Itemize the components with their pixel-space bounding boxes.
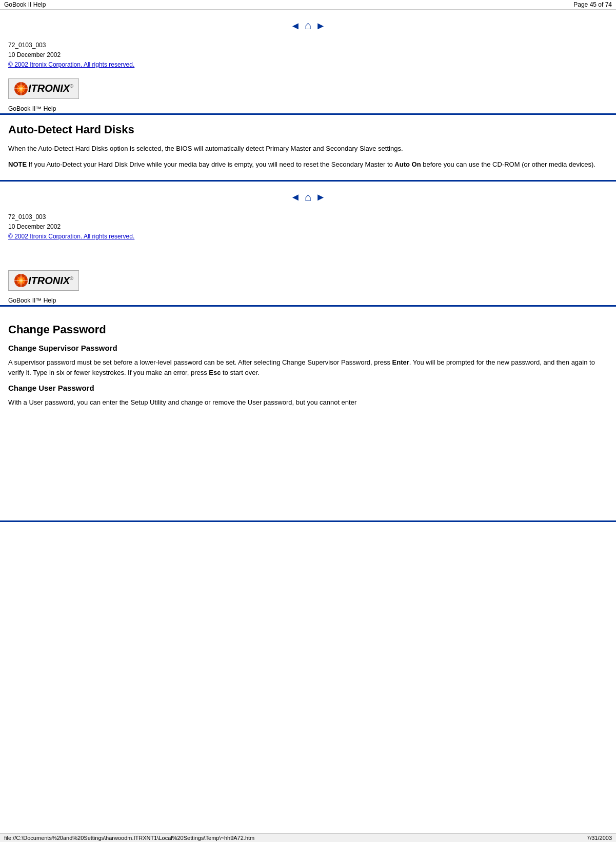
nav-icons-top: ◄ ⌂ ►	[0, 10, 616, 38]
note-text-1: If you Auto-Detect your Hard Disk Drive …	[27, 161, 394, 168]
copyright-link-bottom-1[interactable]: © 2002 Itronix Corporation. All rights r…	[8, 233, 134, 240]
home-icon-bottom-1[interactable]: ⌂	[305, 191, 311, 204]
logo-brand-text-2: ITRONIX®	[28, 275, 73, 287]
section-header-2: GoBook II™ Help	[0, 295, 616, 307]
section-header-1: GoBook II™ Help	[0, 103, 616, 115]
subsection1-body3: to start over.	[221, 369, 260, 376]
subsection2-title: Change User Password	[8, 384, 608, 392]
section-header-text-1: GoBook II™ Help	[8, 105, 56, 112]
footer-info-1: 72_0103_003 10 December 2002 © 2002 Itro…	[0, 38, 616, 74]
note-text2-1: before you can use the CD-ROM (or other …	[421, 161, 595, 168]
subsection1-body1: A supervisor password must be set before…	[8, 358, 392, 366]
logo-tm-1: ®	[70, 84, 73, 89]
blue-divider-2	[0, 520, 616, 522]
status-file-path: file://C:\Documents%20and%20Settings\har…	[4, 835, 254, 841]
doc-id-1: 72_0103_003	[8, 41, 608, 50]
date-bottom-1: 10 December 2002	[8, 222, 608, 232]
status-bar: file://C:\Documents%20and%20Settings\har…	[0, 833, 616, 842]
date-1: 10 December 2002	[8, 50, 608, 60]
section-spacer	[0, 246, 616, 266]
doc-id-bottom-1: 72_0103_003	[8, 212, 608, 222]
app-title: GoBook II Help	[4, 1, 46, 8]
nav-icons-bottom-1: ◄ ⌂ ►	[0, 182, 616, 210]
footer-info-bottom-1: 72_0103_003 10 December 2002 © 2002 Itro…	[0, 210, 616, 246]
logo-brand-text-1: ITRONIX®	[28, 83, 73, 94]
body-text-1: When the Auto-Detect Hard Disks option i…	[8, 144, 608, 154]
logo-wheel-icon-2	[14, 273, 28, 288]
status-date: 7/31/2003	[587, 835, 612, 841]
forward-arrow-bottom-1[interactable]: ►	[315, 191, 326, 203]
home-icon-top[interactable]: ⌂	[305, 19, 311, 32]
back-arrow-top[interactable]: ◄	[290, 20, 301, 32]
page-title-1: Auto-Detect Hard Disks	[8, 123, 608, 136]
page-info: Page 45 of 74	[573, 1, 612, 8]
content-area-2: Change Password Change Supervisor Passwo…	[0, 315, 616, 418]
logo-section-2: ITRONIX®	[0, 266, 616, 295]
subsection2-body: With a User password, you can enter the …	[8, 397, 608, 408]
subsection1-body: A supervisor password must be set before…	[8, 357, 608, 377]
subsection1-title: Change Supervisor Password	[8, 344, 608, 352]
section-header-text-2: GoBook II™ Help	[8, 297, 56, 304]
itronix-logo-1: ITRONIX®	[8, 78, 79, 99]
logo-section-1: ITRONIX®	[0, 74, 616, 103]
content-area-1: Auto-Detect Hard Disks When the Auto-Det…	[0, 115, 616, 180]
forward-arrow-top[interactable]: ►	[315, 20, 326, 32]
copyright-link-1[interactable]: © 2002 Itronix Corporation. All rights r…	[8, 61, 134, 68]
note-label-1: NOTE	[8, 161, 27, 168]
logo-tm-2: ®	[70, 276, 73, 281]
header-bar: GoBook II Help Page 45 of 74	[0, 0, 616, 10]
subsection1-bold2: Esc	[209, 369, 221, 376]
page-title-2: Change Password	[8, 323, 608, 336]
subsection1-bold1: Enter	[392, 358, 409, 366]
note-bold-1: Auto On	[394, 161, 421, 168]
back-arrow-bottom-1[interactable]: ◄	[290, 191, 301, 203]
logo-wheel-icon-1	[14, 82, 28, 96]
note-block-1: NOTE If you Auto-Detect your Hard Disk D…	[8, 159, 608, 170]
itronix-logo-2: ITRONIX®	[8, 270, 79, 291]
